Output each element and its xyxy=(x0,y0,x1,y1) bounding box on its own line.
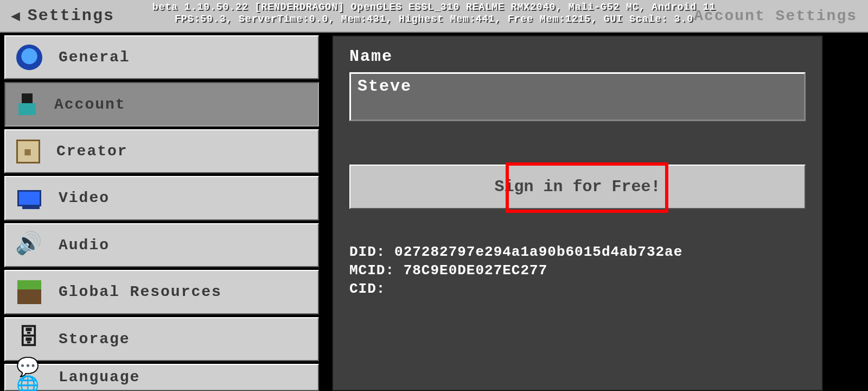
sidebar-item-label: Language xyxy=(59,369,140,386)
main-split: General Account ▦ Creator Video 🔊 Audio … xyxy=(0,33,868,391)
did-label: DID: xyxy=(349,244,385,260)
sidebar-item-label: Creator xyxy=(56,143,128,160)
globe-icon xyxy=(16,45,42,71)
header-bar: ◀ Settings Account Settings beta 1.19.50… xyxy=(0,0,868,33)
mcid-value: 78C9E0DE027EC277 xyxy=(404,262,548,279)
cid-row: CID: xyxy=(349,280,806,298)
page-title: Settings xyxy=(28,7,114,25)
name-label: Name xyxy=(349,47,806,66)
sidebar-item-language[interactable]: 💬🌐 Language xyxy=(4,364,319,391)
sidebar-item-label: Global Resources xyxy=(59,283,222,300)
signin-button[interactable]: Sign in for Free! xyxy=(349,165,806,209)
creator-icon: ▦ xyxy=(16,140,40,163)
mcid-label: MCID: xyxy=(349,262,394,279)
did-value: 027282797e294a1a90b6015d4ab732ae xyxy=(394,244,682,260)
sidebar-item-label: General xyxy=(59,49,130,66)
language-icon: 💬🌐 xyxy=(16,364,42,390)
signin-button-label: Sign in for Free! xyxy=(494,178,660,196)
back-icon[interactable]: ◀ xyxy=(11,7,21,25)
sidebar-item-global-resources[interactable]: Global Resources xyxy=(4,270,319,314)
sidebar-item-audio[interactable]: 🔊 Audio xyxy=(4,223,319,267)
sidebar-item-general[interactable]: General xyxy=(4,35,319,79)
sidebar-item-creator[interactable]: ▦ Creator xyxy=(4,129,319,173)
pane-divider xyxy=(323,33,332,391)
sidebar-item-account[interactable]: Account xyxy=(4,82,319,126)
cid-label: CID: xyxy=(349,281,385,297)
sidebar-item-video[interactable]: Video xyxy=(4,176,319,220)
mcid-row: MCID: 78C9E0DE027EC277 xyxy=(349,261,806,280)
settings-sidebar: General Account ▦ Creator Video 🔊 Audio … xyxy=(0,33,323,391)
video-icon xyxy=(17,190,41,206)
sidebar-item-label: Account xyxy=(54,96,126,113)
sidebar-item-label: Audio xyxy=(59,237,110,254)
sidebar-item-storage[interactable]: 🗄 Storage xyxy=(4,317,319,361)
storage-icon: 🗄 xyxy=(16,326,42,352)
audio-icon: 🔊 xyxy=(16,232,42,258)
account-icon xyxy=(16,93,38,115)
id-block: DID: 027282797e294a1a90b6015d4ab732ae MC… xyxy=(349,243,806,298)
name-input[interactable]: Steve xyxy=(349,72,806,121)
right-deadzone xyxy=(827,33,868,391)
sidebar-item-label: Video xyxy=(59,190,110,206)
header-subtitle: Account Settings xyxy=(694,8,857,24)
did-row: DID: 027282797e294a1a90b6015d4ab732ae xyxy=(349,243,806,261)
grass-icon xyxy=(17,280,41,304)
sidebar-item-label: Storage xyxy=(59,331,130,348)
account-panel: Name Steve Sign in for Free! DID: 027282… xyxy=(332,35,823,391)
